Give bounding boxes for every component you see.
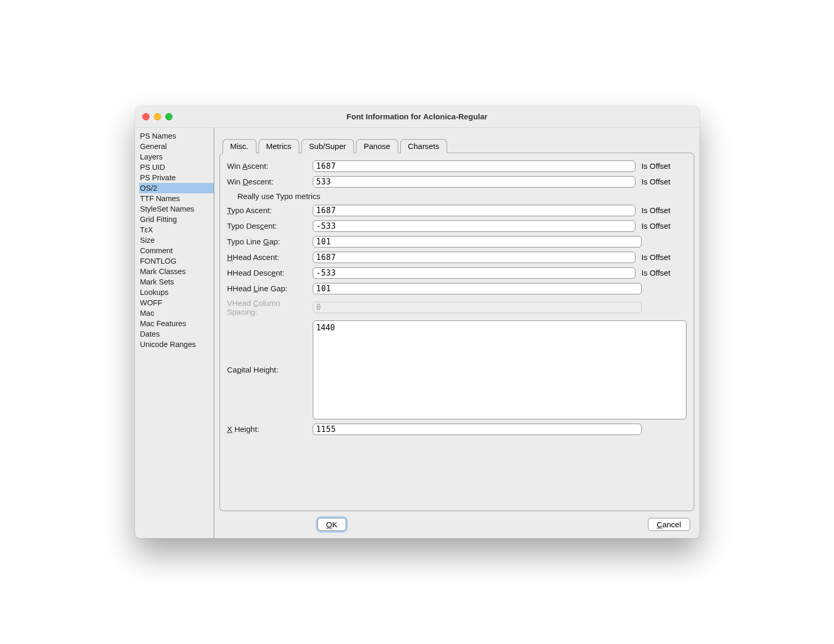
window-title: Font Information for Aclonica-Regular: [135, 112, 700, 121]
hhead-line-gap-label: HHead Line Gap:: [227, 284, 313, 293]
sidebar-item-ttf-names[interactable]: TTF Names: [139, 193, 214, 204]
x-height-input[interactable]: [313, 424, 642, 435]
tab-misc-[interactable]: Misc.: [223, 139, 256, 153]
sidebar-item-lookups[interactable]: Lookups: [139, 287, 214, 298]
tab-metrics[interactable]: Metrics: [259, 139, 299, 154]
vhead-col-spacing-label: VHead Column Spacing:: [227, 299, 313, 316]
sidebar-item-mac[interactable]: Mac: [139, 308, 214, 318]
sidebar-item-t-x[interactable]: TεX: [139, 225, 214, 235]
really-use-typo-checkbox[interactable]: Really use Typo metrics: [227, 192, 321, 201]
typo-ascent-offset-label[interactable]: Is Offset: [635, 206, 686, 215]
tab-charsets[interactable]: Charsets: [400, 139, 447, 153]
hhead-line-gap-input[interactable]: [313, 283, 642, 294]
sidebar-item-layers[interactable]: Layers: [139, 152, 214, 162]
x-height-label: X Height:: [227, 425, 313, 434]
typo-line-gap-label: Typo Line Gap:: [227, 237, 313, 246]
hhead-ascent-offset-label[interactable]: Is Offset: [635, 253, 686, 262]
win-ascent-label: Win Ascent:: [227, 162, 313, 170]
sidebar-item-comment[interactable]: Comment: [139, 245, 214, 256]
ok-button[interactable]: OOKK: [317, 518, 347, 531]
vhead-col-spacing-input: [313, 302, 642, 313]
sidebar-item-styleset-names[interactable]: StyleSet Names: [139, 204, 214, 214]
font-info-window: Font Information for Aclonica-Regular PS…: [135, 106, 700, 538]
typo-descent-input[interactable]: [313, 220, 635, 232]
sidebar-item-mac-features[interactable]: Mac Features: [139, 318, 214, 329]
typo-ascent-label: Typo Ascent:: [227, 206, 313, 215]
hhead-descent-input[interactable]: [313, 267, 635, 279]
sidebar-item-ps-uid[interactable]: PS UID: [139, 162, 214, 172]
capital-height-input[interactable]: [313, 320, 686, 419]
sidebar: PS NamesGeneralLayersPS UIDPS PrivateOS/…: [135, 128, 214, 538]
win-descent-input[interactable]: [313, 176, 635, 188]
sidebar-item-size[interactable]: Size: [139, 235, 214, 245]
hhead-descent-label: HHead Descent:: [227, 268, 313, 277]
sidebar-item-ps-names[interactable]: PS Names: [139, 131, 214, 141]
win-descent-label: Win Descent:: [227, 177, 313, 186]
hhead-ascent-label: HHead Ascent:: [227, 253, 313, 262]
tab-bar: Misc.MetricsSub/SuperPanoseCharsets: [214, 128, 700, 153]
sidebar-item-mark-classes[interactable]: Mark Classes: [139, 266, 214, 277]
hhead-descent-offset-label[interactable]: Is Offset: [635, 268, 686, 277]
sidebar-item-os-2[interactable]: OS/2: [139, 183, 214, 193]
win-descent-offset-label[interactable]: Is Offset: [635, 177, 686, 186]
sidebar-item-fontlog[interactable]: FONTLOG: [139, 256, 214, 266]
typo-line-gap-input[interactable]: [313, 236, 642, 247]
sidebar-item-dates[interactable]: Dates: [139, 329, 214, 339]
capital-height-label: Capital Height:: [227, 365, 313, 374]
win-ascent-offset-label[interactable]: Is Offset: [635, 162, 686, 170]
titlebar: Font Information for Aclonica-Regular: [135, 106, 700, 128]
win-ascent-input[interactable]: [313, 160, 635, 172]
typo-descent-offset-label[interactable]: Is Offset: [635, 221, 686, 230]
metrics-panel: Win Ascent: Is Offset Win Descent: Is Of…: [219, 153, 694, 511]
sidebar-item-grid-fitting[interactable]: Grid Fitting: [139, 214, 214, 225]
cancel-button[interactable]: CancelCancel: [648, 518, 690, 531]
hhead-ascent-input[interactable]: [313, 252, 635, 263]
sidebar-item-mark-sets[interactable]: Mark Sets: [139, 277, 214, 287]
dialog-footer: OOKK CancelCancel: [214, 511, 700, 538]
sidebar-item-ps-private[interactable]: PS Private: [139, 172, 214, 183]
typo-descent-label: Typo Descent:: [227, 221, 313, 230]
tab-sub-super[interactable]: Sub/Super: [301, 139, 354, 153]
typo-ascent-input[interactable]: [313, 205, 635, 216]
tab-panose[interactable]: Panose: [356, 139, 398, 153]
sidebar-item-general[interactable]: General: [139, 141, 214, 152]
sidebar-item-woff[interactable]: WOFF: [139, 298, 214, 308]
sidebar-item-unicode-ranges[interactable]: Unicode Ranges: [139, 339, 214, 350]
